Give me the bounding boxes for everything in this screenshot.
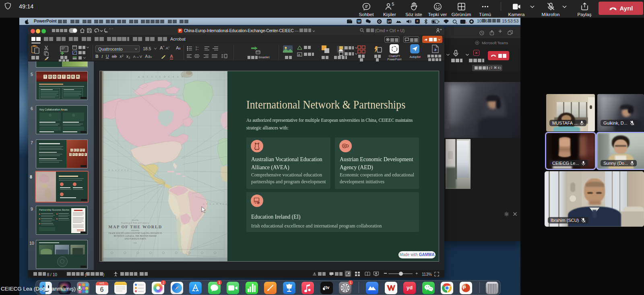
svg-text:A: A: [298, 53, 301, 57]
svg-text:5: 5: [392, 2, 394, 6]
svg-text:A T L A N T I C: A T L A N T I C: [203, 203, 227, 205]
svg-text:A R C T I C O C E A N: A R C T I C O C E A N: [138, 76, 184, 78]
svg-text:P A C I F I C: P A C I F I C: [109, 169, 130, 171]
svg-text:2—: 2—: [196, 48, 199, 51]
